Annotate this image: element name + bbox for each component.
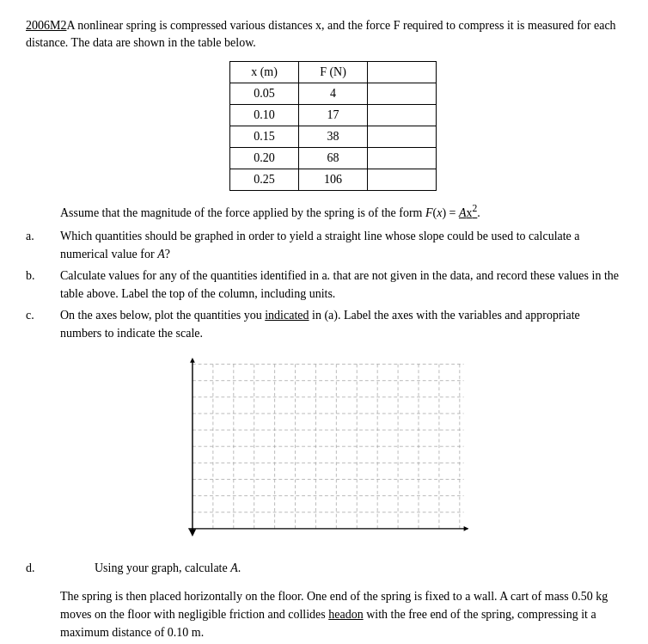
- x-val: 0.05: [230, 83, 299, 105]
- graph-container: [26, 356, 622, 545]
- graph-area: [161, 356, 487, 545]
- part-d-section: d. Using your graph, calculate A.: [26, 559, 622, 577]
- col-header-x: x (m): [230, 62, 299, 83]
- f-val: 68: [299, 148, 368, 169]
- table-row: 0.15 38: [230, 126, 437, 148]
- part-a-label: a.: [26, 227, 60, 245]
- part-b-row: b. Calculate values for any of the quant…: [26, 267, 622, 303]
- paragraph-text: The spring is then placed horizontally o…: [60, 590, 608, 639]
- f-val: 106: [299, 169, 368, 191]
- extra-val: [368, 169, 437, 191]
- x-val: 0.10: [230, 105, 299, 126]
- part-d-text: Using your graph, calculate A.: [95, 559, 622, 577]
- part-c-text: On the axes below, plot the quantities y…: [60, 306, 622, 342]
- col-header-f: F (N): [299, 62, 368, 83]
- part-b-text: Calculate values for any of the quantiti…: [60, 267, 622, 303]
- f-val: 4: [299, 83, 368, 105]
- paragraph-section: The spring is then placed horizontally o…: [26, 587, 622, 641]
- part-c-row: c. On the axes below, plot the quantitie…: [26, 306, 622, 342]
- f-val: 17: [299, 105, 368, 126]
- part-a-text: Which quantities should be graphed in or…: [60, 227, 622, 263]
- col-header-extra: [368, 62, 437, 83]
- part-b-label: b.: [26, 267, 60, 285]
- table-row: 0.05 4: [230, 83, 437, 105]
- y-axis-arrow: [190, 358, 195, 363]
- part-d-label: d.: [26, 559, 95, 577]
- extra-val: [368, 148, 437, 169]
- problem-header: 2006M2A nonlinear spring is compressed v…: [26, 17, 622, 51]
- x-val: 0.20: [230, 148, 299, 169]
- part-d-row: d. Using your graph, calculate A.: [26, 559, 622, 577]
- f-val: 38: [299, 126, 368, 148]
- table-row: 0.25 106: [230, 169, 437, 191]
- part-c-label: c.: [26, 306, 60, 324]
- problem-id: 2006M2: [26, 19, 66, 32]
- extra-val: [368, 105, 437, 126]
- table-row: 0.20 68: [230, 148, 437, 169]
- x-val: 0.25: [230, 169, 299, 191]
- extra-val: [368, 126, 437, 148]
- x-val: 0.15: [230, 126, 299, 148]
- x-axis-arrow: [464, 526, 469, 531]
- data-table: x (m) F (N) 0.05 4 0.10 17 0.15 38 0.20 …: [229, 61, 419, 191]
- table-row: 0.10 17: [230, 105, 437, 126]
- part-a-row: a. Which quantities should be graphed in…: [26, 227, 622, 263]
- preamble: Assume that the magnitude of the force a…: [26, 201, 622, 222]
- questions-section: Assume that the magnitude of the force a…: [26, 201, 622, 342]
- problem-intro: A nonlinear spring is compressed various…: [26, 19, 616, 49]
- extra-val: [368, 83, 437, 105]
- graph-svg: [161, 356, 487, 545]
